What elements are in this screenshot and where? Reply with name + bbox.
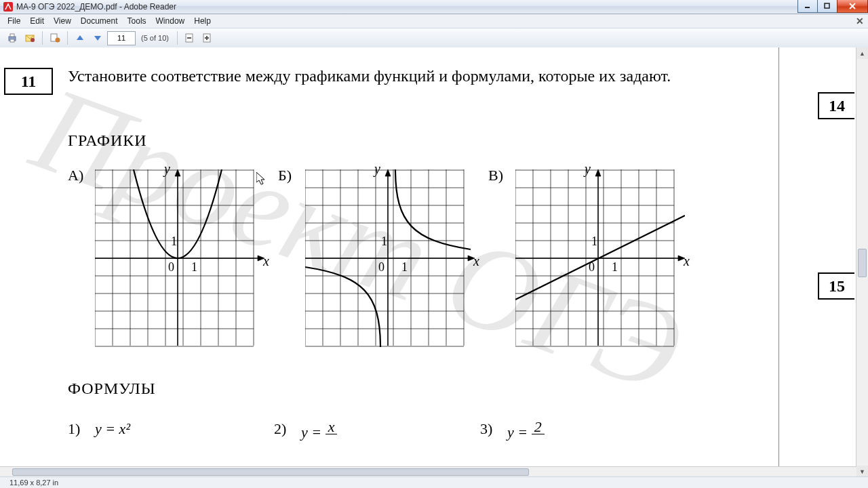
- menu-bar: File Edit View Document Tools Window Hel…: [0, 14, 868, 28]
- hscroll-thumb[interactable]: [12, 468, 529, 476]
- window-title: МА-9 ОГЭ 2022_ДЕМО.pdf - Adobe Reader: [16, 2, 176, 12]
- horizontal-scrollbar[interactable]: [0, 466, 856, 477]
- page-up-button[interactable]: [72, 30, 88, 46]
- graph-v: y x 0 1 1: [515, 169, 685, 349]
- window-titlebar: МА-9 ОГЭ 2022_ДЕМО.pdf - Adobe Reader: [0, 0, 868, 14]
- close-document-button[interactable]: ✕: [856, 16, 864, 26]
- menu-window[interactable]: Window: [151, 15, 190, 27]
- document-viewport: Проект ОГЭ 11 Установите соответствие ме…: [0, 47, 868, 477]
- pdf-page: Проект ОГЭ 11 Установите соответствие ме…: [0, 47, 779, 477]
- vscroll-thumb[interactable]: [858, 249, 867, 277]
- formula-1-number: 1): [68, 420, 80, 438]
- menu-edit[interactable]: Edit: [25, 15, 49, 27]
- page-count-label: (5 of 10): [141, 34, 169, 42]
- formula-3-number: 3): [480, 420, 492, 438]
- page-down-button[interactable]: [90, 30, 106, 46]
- menu-tools[interactable]: Tools: [123, 15, 151, 27]
- email-button[interactable]: [22, 30, 38, 46]
- graph-label-v: В): [488, 167, 503, 184]
- graph-b: y x 0 1 1: [305, 169, 475, 349]
- svg-rect-2: [825, 3, 829, 8]
- print-button[interactable]: [4, 30, 20, 46]
- zoom-out-button[interactable]: [182, 30, 198, 46]
- question-14-box: 14: [818, 92, 854, 119]
- scroll-up-arrow[interactable]: ▲: [856, 47, 868, 59]
- svg-rect-6: [10, 34, 14, 37]
- page-dimensions: 11,69 x 8,27 in: [9, 479, 58, 487]
- close-window-button[interactable]: [837, 0, 868, 13]
- toolbar: (5 of 10): [0, 28, 868, 48]
- svg-marker-91: [595, 169, 601, 176]
- section-graphs-label: ГРАФИКИ: [68, 131, 147, 150]
- formula-1: y = x²: [95, 420, 130, 438]
- svg-marker-41: [175, 169, 180, 176]
- formula-2-number: 2): [274, 420, 286, 438]
- zoom-in-button[interactable]: [199, 30, 216, 46]
- section-formulas-label: ФОРМУЛЫ: [68, 380, 156, 398]
- next-page-sliver: 14 15: [787, 47, 854, 477]
- graph-label-a: А): [68, 167, 83, 184]
- svg-rect-7: [10, 39, 14, 42]
- graph-a: y x 0 1 1: [95, 169, 264, 349]
- window-controls: [798, 0, 868, 13]
- menu-view[interactable]: View: [49, 15, 76, 27]
- adobe-reader-icon: [3, 1, 14, 12]
- menu-document[interactable]: Document: [76, 15, 123, 27]
- minimize-button[interactable]: [797, 0, 818, 13]
- question-15-box: 15: [818, 272, 854, 300]
- svg-point-11: [56, 38, 60, 43]
- question-number-box: 11: [4, 68, 53, 95]
- maximize-button[interactable]: [817, 0, 837, 13]
- collab-button[interactable]: [47, 30, 63, 46]
- menu-help[interactable]: Help: [189, 15, 216, 27]
- svg-marker-66: [385, 169, 391, 176]
- graph-label-b: Б): [278, 167, 292, 184]
- scroll-down-arrow[interactable]: ▼: [856, 466, 868, 477]
- menu-file[interactable]: File: [3, 15, 25, 27]
- svg-point-9: [31, 38, 35, 42]
- vertical-scrollbar[interactable]: ▲ ▼: [856, 47, 868, 477]
- formula-3: y = 2x: [507, 420, 545, 448]
- svg-line-92: [515, 216, 685, 300]
- status-bar: 11,69 x 8,27 in: [0, 476, 868, 488]
- task-text: Установите соответствие между графиками …: [68, 65, 705, 87]
- formula-2: y = x2: [301, 420, 337, 448]
- page-number-input[interactable]: [107, 31, 136, 45]
